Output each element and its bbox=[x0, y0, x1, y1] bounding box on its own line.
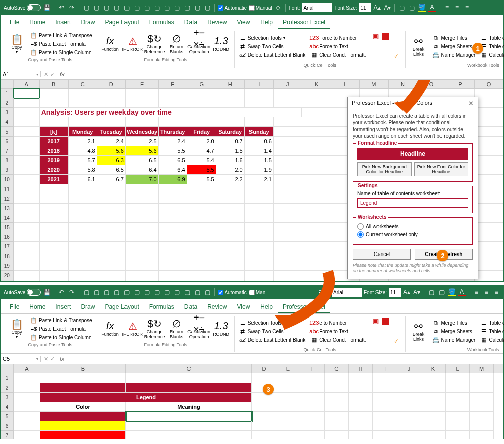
menu-page-layout[interactable]: Page Layout bbox=[100, 17, 144, 29]
row-header[interactable]: 10 bbox=[1, 175, 14, 184]
cell[interactable] bbox=[421, 393, 446, 402]
menu-view[interactable]: View bbox=[232, 301, 256, 313]
cell[interactable] bbox=[159, 98, 187, 108]
cell[interactable] bbox=[97, 242, 126, 251]
qat-icon[interactable]: ▢ bbox=[133, 288, 141, 296]
row-header[interactable]: 3 bbox=[1, 393, 14, 402]
cell[interactable] bbox=[97, 232, 126, 242]
cell[interactable]: 6.7 bbox=[97, 175, 126, 184]
cell[interactable] bbox=[126, 184, 159, 194]
cell[interactable] bbox=[300, 402, 325, 412]
cell[interactable]: 6.5 bbox=[97, 165, 126, 175]
cell[interactable]: 4.8 bbox=[69, 146, 97, 156]
row-header[interactable]: 1 bbox=[1, 373, 14, 383]
name-box[interactable]: A1▾ bbox=[1, 71, 41, 77]
qat-icon[interactable]: ▢ bbox=[143, 4, 151, 12]
cell[interactable] bbox=[274, 232, 302, 242]
cell[interactable]: 1.5 bbox=[216, 146, 245, 156]
cell[interactable] bbox=[14, 251, 40, 261]
qat-icon[interactable]: ▢ bbox=[203, 4, 211, 12]
cell[interactable] bbox=[397, 393, 421, 402]
autosave-toggle[interactable] bbox=[27, 289, 41, 296]
qat-icon[interactable]: ▢ bbox=[153, 4, 161, 12]
calc-selection-button[interactable]: ▦Calculate Selection bbox=[479, 336, 504, 344]
cell[interactable]: 2.4 bbox=[97, 137, 126, 146]
cell[interactable] bbox=[373, 402, 397, 412]
cell[interactable] bbox=[446, 431, 470, 439]
cell[interactable] bbox=[245, 232, 274, 242]
cell[interactable] bbox=[187, 232, 216, 242]
cell[interactable] bbox=[349, 393, 373, 402]
cell[interactable] bbox=[69, 117, 97, 127]
cell[interactable] bbox=[97, 98, 126, 108]
row-header[interactable]: 4 bbox=[1, 402, 14, 412]
close-icon[interactable]: ✕ bbox=[468, 100, 474, 107]
cell[interactable] bbox=[349, 383, 373, 393]
menu-professor-excel[interactable]: Professor Excel bbox=[278, 301, 330, 313]
cell[interactable] bbox=[325, 383, 349, 393]
col-header[interactable]: F bbox=[159, 80, 187, 89]
qat-icon[interactable]: ▢ bbox=[102, 288, 110, 296]
qat-icon[interactable]: ▢ bbox=[408, 4, 416, 12]
cell[interactable] bbox=[302, 271, 331, 280]
pick-font-button[interactable]: Pick New Font Color for Headline bbox=[414, 162, 469, 176]
cell[interactable] bbox=[300, 421, 325, 431]
cell[interactable] bbox=[40, 232, 69, 242]
cell[interactable] bbox=[97, 251, 126, 261]
cell[interactable]: 6.1 bbox=[69, 175, 97, 184]
cell[interactable] bbox=[97, 213, 126, 223]
change-ref-button[interactable]: $↻Change Reference bbox=[145, 316, 165, 341]
cancel-icon[interactable]: ✕ bbox=[44, 71, 48, 78]
cell[interactable]: Saturday bbox=[216, 127, 245, 137]
cell[interactable] bbox=[276, 383, 300, 393]
row-header[interactable]: 9 bbox=[1, 165, 14, 175]
cell[interactable]: 1.5 bbox=[245, 156, 274, 165]
cell[interactable] bbox=[349, 412, 373, 421]
col-header[interactable]: J bbox=[274, 80, 302, 89]
cell[interactable] bbox=[302, 175, 331, 184]
cell[interactable]: 0.6 bbox=[245, 137, 274, 146]
cell[interactable] bbox=[40, 117, 69, 127]
cell[interactable] bbox=[475, 261, 503, 271]
qat-icon[interactable]: ▢ bbox=[163, 288, 171, 296]
cell[interactable] bbox=[302, 146, 331, 156]
cell[interactable] bbox=[274, 137, 302, 146]
font-grow-icon[interactable]: A▴ bbox=[403, 288, 411, 296]
cell[interactable] bbox=[14, 242, 40, 251]
cell[interactable] bbox=[475, 223, 503, 232]
cell[interactable] bbox=[373, 373, 397, 383]
cell[interactable] bbox=[302, 137, 331, 146]
cell[interactable] bbox=[475, 213, 503, 223]
qat-icon[interactable]: ▢ bbox=[193, 4, 201, 12]
cancel-icon[interactable]: ✕ bbox=[44, 356, 48, 362]
cell[interactable] bbox=[187, 194, 216, 204]
row-header[interactable]: 6 bbox=[1, 137, 14, 146]
cell[interactable] bbox=[187, 280, 216, 281]
row-header[interactable]: 21 bbox=[1, 280, 14, 281]
cell[interactable] bbox=[302, 156, 331, 165]
cell[interactable] bbox=[187, 213, 216, 223]
menu-file[interactable]: File bbox=[5, 301, 24, 313]
cell[interactable] bbox=[302, 232, 331, 242]
row-header[interactable]: 20 bbox=[1, 271, 14, 280]
cell[interactable] bbox=[470, 373, 494, 383]
change-ref-button[interactable]: $↻Change Reference bbox=[145, 31, 165, 56]
name-box[interactable]: C5▾ bbox=[1, 356, 41, 362]
row-header[interactable]: 17 bbox=[1, 242, 14, 251]
cell[interactable] bbox=[69, 89, 97, 98]
col-header[interactable]: E bbox=[276, 364, 300, 373]
cell[interactable] bbox=[14, 373, 40, 383]
cell[interactable] bbox=[360, 280, 389, 281]
cell[interactable] bbox=[159, 242, 187, 251]
cell[interactable]: 6.4 bbox=[126, 165, 159, 175]
cell[interactable]: Meaning bbox=[126, 402, 252, 412]
cell[interactable] bbox=[302, 89, 331, 98]
merge-files-button[interactable]: ⧉Merge Files bbox=[431, 319, 477, 327]
col-header[interactable]: B bbox=[40, 80, 69, 89]
cell[interactable] bbox=[245, 194, 274, 204]
cell[interactable] bbox=[302, 261, 331, 271]
cell[interactable] bbox=[216, 98, 245, 108]
cell[interactable] bbox=[300, 412, 325, 421]
col-header[interactable]: H bbox=[349, 364, 373, 373]
cell[interactable] bbox=[274, 213, 302, 223]
